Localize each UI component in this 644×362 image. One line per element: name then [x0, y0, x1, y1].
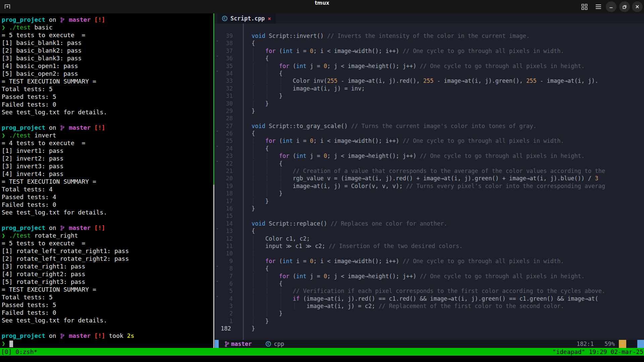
terminal-row: = TEST EXECUTION SUMMARY = — [2, 77, 134, 85]
menu-icon[interactable] — [594, 3, 602, 11]
code-text: } — [252, 107, 255, 115]
close-button[interactable] — [632, 1, 643, 12]
terminal-text: prog_project — [2, 224, 45, 231]
line-number: 22 — [219, 160, 235, 167]
line-number: 20 — [219, 175, 235, 182]
terminal-text: master — [65, 224, 91, 231]
code-line: 23│ │ for (int j = 0; j < image→height()… — [215, 152, 644, 160]
line-number: 39 — [219, 32, 235, 40]
fold-open-icon[interactable]: ˇ — [215, 160, 219, 167]
code-token: image→at(i, j) = inv; — [293, 85, 365, 92]
line-number: 21 — [219, 167, 235, 175]
fold-column — [215, 175, 219, 182]
code-token: ( — [276, 137, 282, 144]
code-line: 10│ — [215, 250, 644, 257]
code-token: // One cycle to go through all pixels in… — [402, 48, 564, 54]
tab-close-icon[interactable]: × — [268, 15, 271, 22]
terminal-row: Total tests: 4 — [2, 185, 134, 193]
fold-column — [215, 107, 219, 115]
editor-pane[interactable]: C Script.cpp × 39void Script::invert() /… — [215, 13, 644, 348]
fold-column — [215, 92, 219, 100]
terminal-row: prog_project on master [!] — [2, 16, 134, 23]
code-token: 255 — [327, 77, 337, 84]
line-number: 12 — [219, 235, 235, 242]
indent-guide: │ — [279, 295, 293, 302]
code-token: i = — [293, 258, 310, 264]
terminal-row: = 5 tests to execute = — [2, 239, 134, 247]
code-token: 3 — [595, 175, 598, 182]
indent-guide: │ — [265, 175, 279, 182]
terminal-text: [2] basic_blank2: pass — [2, 47, 82, 54]
pane-divider[interactable] — [213, 13, 214, 185]
code-text: │ { — [252, 145, 269, 152]
indent-guide: │ — [252, 153, 265, 159]
code-token: ; i < image→width(); i++) — [313, 48, 402, 54]
indent-guide: │ — [252, 63, 265, 69]
terminal-row: [3] basic_blank3: pass — [2, 54, 134, 62]
code-token: 255 — [526, 77, 537, 84]
code-token: 0 — [310, 137, 313, 144]
terminal-row: Failed tests: 0 — [2, 201, 134, 208]
fold-open-icon[interactable]: ˇ — [215, 55, 219, 62]
terminal-text: ❯ ./test — [2, 232, 31, 239]
code-token: for — [279, 63, 289, 69]
indent-guide: │ — [265, 70, 279, 77]
code-token: j = — [307, 273, 324, 280]
fold-open-icon[interactable]: ˇ — [215, 130, 219, 137]
code-token: ; j < image→height(); j++) — [327, 273, 420, 280]
tiles-icon[interactable] — [580, 3, 588, 11]
code-token: Script::to_gray_scale() — [265, 123, 351, 129]
code-token: (image→at(i, j).red() == c1.red() && ima… — [300, 295, 598, 302]
terminal-row: = 5 tests to execute = — [2, 31, 134, 39]
fold-open-icon[interactable]: ˇ — [215, 227, 219, 235]
fold-column — [215, 190, 219, 197]
minimize-button[interactable] — [606, 1, 616, 12]
fold-column — [215, 242, 219, 250]
code-token: } — [265, 318, 269, 324]
code-text: │ │ │ │ image→at(i, j) = c2; // Replacem… — [252, 302, 564, 310]
pane-divider-lower[interactable] — [213, 185, 214, 348]
code-text: │ { — [252, 265, 269, 272]
code-text: │ │ { — [252, 70, 282, 77]
indent-guide: │ — [265, 190, 279, 197]
indent-guide: │ — [252, 183, 265, 189]
code-line: 9│ for (int i = 0; i < image→width(); i+… — [215, 257, 644, 265]
code-line: ˇ26{ — [215, 130, 644, 137]
terminal-row: [3] invert3: pass — [2, 162, 134, 170]
terminal-row — [2, 324, 134, 332]
fold-open-icon[interactable]: ˇ — [215, 40, 219, 47]
fold-open-icon[interactable]: ˇ — [215, 265, 219, 272]
restore-button[interactable] — [619, 1, 630, 12]
code-token: { — [265, 265, 269, 272]
terminal-text: ❯ ./test — [2, 24, 31, 31]
code-token: if — [293, 295, 300, 302]
tmux-window-item[interactable]: [0] 0:zsh* — [0, 348, 37, 355]
code-token: { — [252, 40, 255, 47]
code-token: // Inverts the intensity of the color in… — [327, 33, 530, 39]
indent-guide: │ — [279, 175, 293, 182]
code-line: ˇ4│ │ │ if (image→at(i, j).red() == c1.r… — [215, 295, 644, 302]
cpp-file-icon: C — [222, 16, 227, 21]
terminal-text: [!] — [91, 124, 105, 131]
scroll-percent: 59% — [604, 341, 615, 347]
terminal-pane[interactable]: prog_project on master [!]❯ ./test basic… — [0, 13, 213, 348]
terminal-row: [4] invert4: pass — [2, 170, 134, 178]
indent-guide: │ — [252, 100, 265, 107]
code-token: for — [279, 273, 289, 280]
code-line: 37│ for (int i = 0; i < image→width(); i… — [215, 47, 644, 55]
fold-open-icon[interactable]: ˇ — [215, 145, 219, 152]
fold-open-icon[interactable]: ˇ — [215, 70, 219, 77]
tab-script-cpp[interactable]: C Script.cpp × — [217, 13, 276, 23]
fold-open-icon[interactable]: ˇ — [215, 295, 219, 302]
fold-open-icon[interactable]: ˇ — [215, 280, 219, 287]
filetype-indicator: C cpp — [266, 341, 284, 347]
code-text: │ │ { — [252, 160, 282, 167]
code-token: } — [279, 310, 282, 317]
code-area[interactable]: 39void Script::invert() // Inverts the i… — [215, 23, 644, 340]
terminal-row: ❯ ./test basic — [2, 23, 134, 31]
terminal-text: [5] rotate_right3: pass — [2, 278, 85, 285]
terminal-text: = TEST EXECUTION SUMMARY = — [2, 286, 96, 293]
code-token: ; i < image→width(); i++) — [313, 137, 402, 144]
indent-guide: │ — [252, 175, 265, 182]
code-text: │ │ { — [252, 280, 282, 287]
